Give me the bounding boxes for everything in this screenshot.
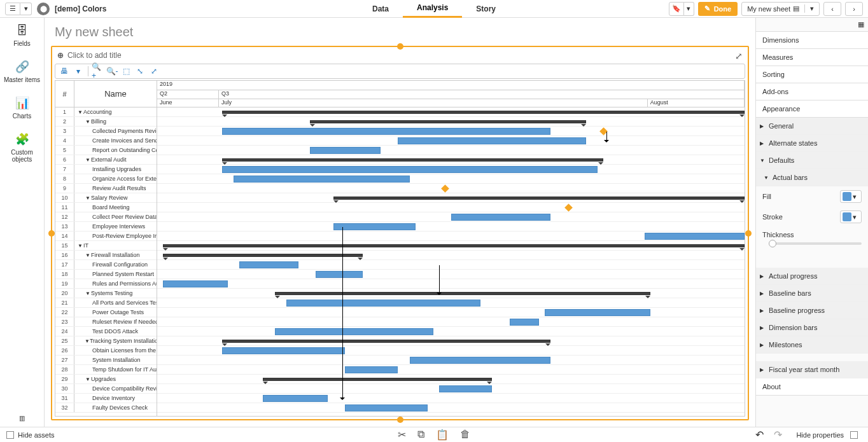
col-number[interactable]: # bbox=[55, 81, 74, 107]
task-row[interactable]: 27System Installation bbox=[55, 356, 157, 365]
task-row[interactable]: 1▼Accounting bbox=[55, 107, 157, 117]
redo-button[interactable]: ↷ bbox=[774, 429, 782, 441]
task-row[interactable]: 29▼Upgrades bbox=[55, 375, 157, 384]
bookmark-button[interactable]: 🔖 bbox=[669, 2, 684, 16]
task-bar[interactable] bbox=[234, 176, 410, 183]
milestone[interactable] bbox=[441, 184, 449, 193]
prop-addons[interactable]: Add-ons bbox=[756, 83, 868, 100]
task-bar[interactable] bbox=[451, 214, 551, 221]
summary-bar[interactable] bbox=[222, 158, 604, 162]
task-row[interactable]: 5Report on Outstanding Co bbox=[55, 146, 157, 155]
asset-master-items[interactable]: 🔗Master items bbox=[0, 53, 44, 90]
print-dropdown[interactable]: ▾ bbox=[72, 66, 85, 77]
asset-charts[interactable]: 📊Charts bbox=[0, 90, 44, 126]
task-row[interactable]: 21All Ports and Services Test bbox=[55, 298, 157, 308]
prop-defaults[interactable]: ▼Defaults bbox=[756, 152, 868, 169]
resize-handle-bottom[interactable] bbox=[397, 417, 403, 423]
cut-button[interactable]: ✂ bbox=[398, 429, 406, 441]
prop-actual-progress[interactable]: ▶Actual progress bbox=[756, 268, 868, 285]
summary-bar[interactable] bbox=[333, 197, 745, 200]
task-row[interactable]: 12Collect Peer Review Data bbox=[55, 212, 157, 222]
task-row[interactable]: 10▼Salary Review bbox=[55, 193, 157, 203]
task-row[interactable]: 16▼Firewall Installation bbox=[55, 251, 157, 260]
task-row[interactable]: 26Obtain Licenses from the V bbox=[55, 346, 157, 356]
task-row[interactable]: 4Create Invoices and Send I bbox=[55, 136, 157, 146]
zoom-out-button[interactable]: 🔍- bbox=[106, 66, 118, 77]
copy-button[interactable]: ⧉ bbox=[417, 429, 424, 441]
task-row[interactable]: 19Rules and Permissions Au bbox=[55, 279, 157, 289]
task-row[interactable]: 23Ruleset Review If Needed bbox=[55, 317, 157, 327]
summary-bar[interactable] bbox=[263, 378, 492, 381]
task-row[interactable]: 17Firewall Configuration bbox=[55, 260, 157, 270]
task-bar[interactable] bbox=[410, 357, 551, 364]
prop-general[interactable]: ▶General bbox=[756, 118, 868, 135]
fit-button[interactable]: ⬚ bbox=[120, 66, 132, 77]
summary-bar[interactable] bbox=[163, 244, 745, 247]
task-row[interactable]: 22Power Outage Tests bbox=[55, 308, 157, 317]
prop-appearance[interactable]: Appearance bbox=[756, 100, 868, 118]
expand-icon[interactable]: ⤢ bbox=[735, 51, 743, 61]
thickness-slider[interactable] bbox=[769, 242, 862, 245]
table-icon[interactable]: ▦ bbox=[858, 20, 864, 29]
task-bar[interactable] bbox=[310, 147, 381, 154]
prop-baseline-bars[interactable]: ▶Baseline bars bbox=[756, 285, 868, 302]
asset-fields[interactable]: 🗄Fields bbox=[0, 18, 44, 53]
task-bar[interactable] bbox=[222, 166, 598, 173]
undo-button[interactable]: ↶ bbox=[755, 429, 764, 441]
summary-bar[interactable] bbox=[310, 120, 586, 123]
task-bar[interactable] bbox=[275, 328, 433, 335]
task-row[interactable]: 11Board Meeting bbox=[55, 203, 157, 212]
prop-sorting[interactable]: Sorting bbox=[756, 66, 868, 83]
task-row[interactable]: 15▼IT bbox=[55, 241, 157, 251]
resize-handle-right[interactable] bbox=[745, 230, 752, 237]
resize-handle-left[interactable] bbox=[48, 230, 55, 237]
tab-data[interactable]: Data bbox=[358, 0, 403, 18]
task-row[interactable]: 31Device Inventory bbox=[55, 394, 157, 403]
task-row[interactable]: 20▼Systems Testing bbox=[55, 289, 157, 298]
print-button[interactable]: 🖶 bbox=[58, 66, 71, 77]
fill-color-picker[interactable]: ▾ bbox=[840, 190, 862, 203]
task-row[interactable]: 32Faulty Devices Check bbox=[55, 403, 157, 413]
task-bar[interactable] bbox=[239, 261, 298, 268]
prop-baseline-progress[interactable]: ▶Baseline progress bbox=[756, 302, 868, 319]
col-name[interactable]: Name bbox=[74, 81, 157, 107]
hide-props-checkbox[interactable] bbox=[850, 431, 858, 439]
hide-assets-checkbox[interactable] bbox=[6, 431, 14, 439]
task-row[interactable]: 24Test DDOS Attack bbox=[55, 327, 157, 336]
collapse-all-button[interactable]: ⤢ bbox=[148, 66, 160, 77]
task-row[interactable]: 30Device Compatibility Revi bbox=[55, 384, 157, 394]
task-row[interactable]: 9Review Audit Results bbox=[55, 184, 157, 193]
tab-analysis[interactable]: Analysis bbox=[403, 0, 462, 18]
prop-alternate-states[interactable]: ▶Alternate states bbox=[756, 135, 868, 152]
resize-handle-top[interactable] bbox=[397, 43, 403, 50]
summary-bar[interactable] bbox=[222, 340, 551, 343]
task-bar[interactable] bbox=[345, 366, 398, 373]
tab-story[interactable]: Story bbox=[462, 0, 510, 18]
task-row[interactable]: 7Installing Upgrades bbox=[55, 165, 157, 174]
sheet-nav-label[interactable]: My new sheet▤ bbox=[742, 4, 804, 13]
task-bar[interactable] bbox=[286, 300, 480, 307]
summary-bar[interactable] bbox=[222, 111, 745, 114]
task-bar[interactable] bbox=[263, 395, 328, 402]
prop-dimensions[interactable]: Dimensions bbox=[756, 32, 868, 49]
task-row[interactable]: 14Post-Review Employee Int bbox=[55, 231, 157, 241]
next-sheet-button[interactable]: › bbox=[845, 2, 863, 16]
task-row[interactable]: 13Employee Interviews bbox=[55, 222, 157, 231]
task-row[interactable]: 28Temp Shutdown for IT Aud bbox=[55, 365, 157, 375]
prop-about[interactable]: About bbox=[756, 378, 868, 396]
hide-assets-label[interactable]: Hide assets bbox=[18, 431, 54, 439]
summary-bar[interactable] bbox=[275, 292, 651, 295]
task-bar[interactable] bbox=[222, 347, 346, 354]
task-bar[interactable] bbox=[316, 271, 363, 278]
prop-actual-bars[interactable]: ▼Actual bars bbox=[756, 169, 868, 186]
global-menu-button[interactable]: ☰ bbox=[5, 3, 20, 15]
sheet-nav-dropdown[interactable]: ▾ bbox=[804, 4, 819, 13]
prop-measures[interactable]: Measures bbox=[756, 49, 868, 66]
zoom-in-button[interactable]: 🔍+ bbox=[92, 66, 104, 77]
summary-bar[interactable] bbox=[163, 254, 363, 257]
prev-sheet-button[interactable]: ‹ bbox=[823, 2, 841, 16]
task-row[interactable]: 25▼Tracking System Installation bbox=[55, 336, 157, 346]
task-bar[interactable] bbox=[645, 233, 745, 240]
task-bar[interactable] bbox=[333, 223, 416, 230]
stroke-color-picker[interactable]: ▾ bbox=[840, 211, 862, 223]
